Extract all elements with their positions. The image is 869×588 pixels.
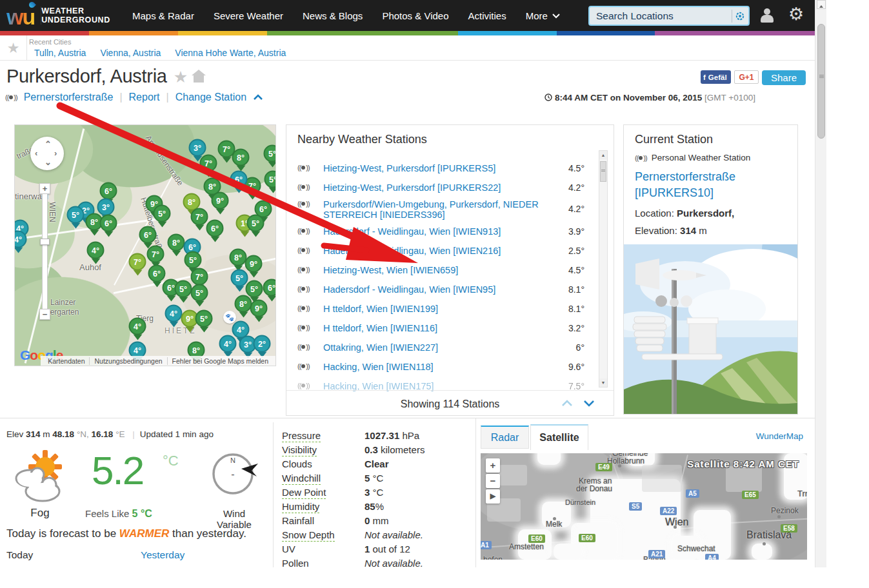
map-marker[interactable]: 3° (189, 139, 206, 157)
map-zoom-slider[interactable]: + − (39, 183, 50, 320)
map-marker[interactable]: 8° (168, 234, 185, 251)
map-marker[interactable]: 5° (154, 205, 171, 222)
recent-city-link[interactable]: Tulln, Austria (34, 48, 86, 58)
station-link[interactable]: Hietzing-West, Purkersdorf [IPURKERS5] (323, 163, 568, 173)
map-marker[interactable]: 9° (245, 255, 263, 273)
map-marker[interactable]: 6° (100, 182, 117, 200)
condition-label[interactable]: Snow Depth (282, 529, 335, 542)
facebook-like-button[interactable]: fGefäl (701, 70, 731, 84)
search-input[interactable] (590, 10, 732, 22)
condition-label[interactable]: Visibility (282, 444, 317, 456)
condition-label[interactable]: Pollen (282, 558, 309, 567)
attribution-link[interactable]: Fehler bei Google Maps melden (167, 357, 273, 365)
station-link[interactable]: Hietzing-West, Purkersdorf [IPURKERS22] (323, 182, 568, 193)
map-marker[interactable]: 6° (230, 171, 248, 188)
change-station-link[interactable]: Change Station (175, 92, 246, 103)
current-station-id-link[interactable]: Pernerstorferstraße[IPURKERS10] (635, 169, 735, 201)
map-marker[interactable]: 2° (254, 335, 271, 353)
map-marker[interactable]: 6° (206, 220, 224, 237)
attribution-link[interactable]: Kartendaten (43, 357, 89, 365)
map-marker[interactable]: 5° (231, 270, 248, 287)
map-marker[interactable]: 4° (129, 318, 146, 335)
report-link[interactable]: Report (129, 92, 160, 103)
station-map[interactable]: traßetinerwaldWIENAmundsenstraßeHüttelbe… (14, 124, 276, 366)
condition-label[interactable]: Dew Point (282, 487, 326, 499)
google-plus-button[interactable]: G+1 (734, 70, 759, 84)
map-marker[interactable]: 5° (195, 310, 213, 328)
tab-yesterday[interactable]: Yesterday (141, 549, 185, 561)
map-marker[interactable]: 8° (230, 249, 247, 266)
geolocate-icon[interactable] (732, 10, 748, 22)
collapse-chevron-icon[interactable] (561, 398, 574, 410)
map-marker[interactable]: 5° (265, 171, 277, 188)
map-marker[interactable]: 5° (175, 280, 192, 298)
settings-gear-icon[interactable]: ⚙ (788, 4, 804, 24)
attribution-link[interactable]: Nutzungsbedingungen (89, 357, 166, 365)
satellite-map[interactable]: HollabrunnGemeindeKrems ander DonauDürns… (481, 453, 807, 560)
station-link[interactable]: Hacking, Wien [IWIEN118] (323, 362, 568, 372)
scroll-down-button[interactable]: ▼ (599, 378, 607, 387)
map-marker[interactable]: 7° (191, 268, 208, 286)
map-marker[interactable]: 6° (148, 265, 166, 282)
nav-item-photos-video[interactable]: Photos & Video (382, 10, 448, 21)
nav-item-more[interactable]: More (526, 10, 561, 21)
nav-item-severe-weather[interactable]: Severe Weather (214, 10, 283, 21)
zoom-track[interactable] (42, 194, 48, 309)
wundermap-link[interactable]: WunderMap (756, 431, 803, 441)
scroll-up-button[interactable]: ▲ (599, 151, 607, 159)
map-pan-control[interactable]: ⌃⌄‹› (30, 137, 64, 170)
zoom-out-button[interactable]: − (39, 309, 50, 320)
map-marker[interactable]: 5° (185, 251, 202, 269)
map-marker[interactable]: 4° (219, 335, 237, 353)
zoom-handle[interactable] (40, 239, 50, 245)
tab-radar[interactable]: Radar (481, 426, 529, 449)
map-marker[interactable]: 5° (246, 280, 263, 298)
scrollbar-thumb[interactable] (817, 24, 825, 139)
station-link[interactable]: H tteldorf, Wien [IWIEN116] (323, 323, 568, 333)
nav-item-activities[interactable]: Activities (468, 10, 506, 21)
recent-city-link[interactable]: Vienna, Austria (100, 48, 161, 58)
map-marker[interactable]: 5° (247, 215, 265, 232)
stations-scrollbar[interactable]: ▲ ▼ (599, 150, 608, 387)
map-marker[interactable]: 4° (87, 242, 105, 259)
station-link[interactable]: Hietzing-West, Wien [IWIEN659] (323, 265, 568, 275)
map-marker[interactable]: 5° (191, 284, 208, 302)
map-marker[interactable]: 7° (147, 246, 165, 263)
map-marker[interactable]: 7° (218, 141, 235, 158)
tab-satellite[interactable]: Satellite (530, 424, 588, 450)
scrollbar-up-arrow[interactable] (817, 0, 826, 9)
favorite-star-icon[interactable]: ★ (174, 68, 188, 86)
map-marker[interactable]: 7° (129, 253, 146, 271)
zoom-in-button[interactable]: + (39, 183, 50, 194)
map-marker[interactable]: 6° (263, 279, 277, 297)
user-account-icon[interactable] (760, 8, 774, 23)
home-icon[interactable] (192, 66, 206, 87)
sat-zoom-in-button[interactable]: + (486, 458, 500, 473)
condition-label[interactable]: Pressure (282, 430, 321, 442)
nav-item-news-blogs[interactable]: News & Blogs (303, 10, 363, 21)
sat-play-button[interactable]: ▶ (486, 489, 500, 504)
station-link[interactable]: Hadersdorf - Weidlingau, Wien [IWIEN216] (323, 246, 568, 256)
wu-logo[interactable]: wu WEATHER UNDERGROUND (6, 3, 110, 28)
station-link[interactable]: Ottakring, Wien [IWIEN227] (323, 342, 568, 353)
nav-item-maps-radar[interactable]: Maps & Radar (132, 10, 194, 21)
map-marker[interactable]: 5° (67, 206, 85, 224)
expand-chevron-icon[interactable] (583, 398, 595, 410)
current-station-link[interactable]: Pernerstorferstraße (24, 92, 114, 103)
map-marker[interactable]: 6° (139, 226, 157, 244)
map-marker[interactable]: 9° (212, 192, 229, 210)
map-marker[interactable]: 5° (264, 145, 277, 162)
chevron-up-icon[interactable] (253, 92, 263, 103)
station-link[interactable]: Purkersdorf/Wien-Umgebung, Purkersdorf, … (323, 199, 568, 220)
scroll-thumb[interactable] (600, 161, 606, 182)
share-button[interactable]: Share (762, 70, 806, 85)
favorites-star-icon[interactable]: ★ (0, 35, 27, 61)
sat-zoom-out-button[interactable]: − (486, 474, 500, 488)
station-link[interactable]: H tteldorf, Wien [IWIEN199] (323, 304, 568, 314)
map-marker[interactable]: 3° (97, 199, 115, 216)
recent-city-link[interactable]: Vienna Hohe Warte, Austria (175, 48, 286, 58)
station-link[interactable]: Hadersdorf - Weidlingau, Wien [IWIEN913] (323, 226, 568, 237)
condition-label[interactable]: Humidity (282, 501, 319, 513)
browser-scrollbar[interactable] (815, 0, 826, 567)
map-marker[interactable]: 6° (100, 215, 117, 232)
